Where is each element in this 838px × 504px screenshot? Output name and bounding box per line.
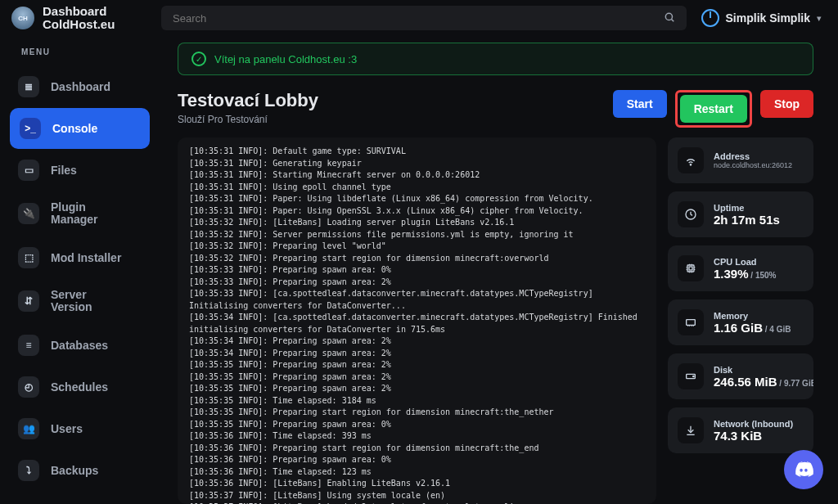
svg-rect-4 <box>687 265 694 272</box>
sidebar-item-label: Backups <box>51 464 98 477</box>
stat-network-inbound: Network (Inbound) 74.3 KiB <box>668 407 813 453</box>
schedules-icon: ◴ <box>18 376 39 398</box>
cpu-icon <box>678 255 704 281</box>
clock-icon <box>678 201 704 227</box>
sidebar-item-console[interactable]: >_Console <box>10 108 150 149</box>
alert-text: Vítej na panelu Coldhost.eu :3 <box>214 53 357 65</box>
restart-highlight: Restart <box>675 90 752 128</box>
console-output[interactable]: [10:35:31 INFO]: Default game type: SURV… <box>178 137 656 504</box>
mod-installer-icon: ⬚ <box>18 247 39 268</box>
users-icon: 👥 <box>18 418 39 439</box>
sidebar-item-label: Schedules <box>51 380 108 394</box>
restart-button[interactable]: Restart <box>680 95 747 123</box>
search-input[interactable] <box>173 12 664 25</box>
menu-heading: MENU <box>0 47 160 66</box>
sidebar-item-label: Users <box>51 422 83 435</box>
brand: CH Dashboard ColdHost.eu <box>11 5 146 32</box>
brand-title-top: Dashboard <box>43 5 115 19</box>
power-icon <box>701 9 719 27</box>
svg-line-1 <box>671 19 674 21</box>
stat-label: Disk <box>714 365 804 375</box>
files-icon: ▭ <box>18 160 39 181</box>
sidebar-item-label: Dashboard <box>51 80 110 93</box>
stat-value: node.coldhost.eu:26012 <box>714 161 792 169</box>
databases-icon: ≡ <box>18 335 39 356</box>
sidebar-item-dashboard[interactable]: ≣Dashboard <box>0 66 151 107</box>
dashboard-icon: ≣ <box>18 76 39 97</box>
stat-value: 246.56 MiB / 9.77 GiB <box>714 375 804 389</box>
sidebar-item-label: ServerVersion <box>51 289 92 314</box>
svg-point-2 <box>690 164 691 165</box>
user-name: Simplik Simplik <box>726 11 810 25</box>
disk-icon <box>678 363 704 389</box>
stat-label: Address <box>714 151 792 161</box>
search-bar[interactable] <box>161 6 687 30</box>
sidebar-item-users[interactable]: 👥Users <box>0 408 151 449</box>
page-title: Testovací Lobby <box>178 90 318 111</box>
stat-value: 1.39% / 150% <box>714 267 776 281</box>
sidebar-item-files[interactable]: ▭Files <box>0 150 151 191</box>
sidebar-item-backups[interactable]: ⤵Backups <box>0 450 151 491</box>
svg-point-20 <box>693 376 694 376</box>
memory-icon <box>678 309 704 335</box>
stat-disk: Disk 246.56 MiB / 9.77 GiB <box>668 353 813 399</box>
console-icon: >_ <box>20 118 41 139</box>
sidebar-item-label: PluginManager <box>51 201 98 227</box>
plugin-manager-icon: 🔌 <box>18 203 39 224</box>
stat-label: Uptime <box>714 203 780 213</box>
sidebar-item-label: Console <box>52 122 97 135</box>
sidebar-item-mod-installer[interactable]: ⬚Mod Installer <box>0 237 151 278</box>
backups-icon: ⤵ <box>18 460 39 481</box>
brand-logo: CH <box>11 7 34 29</box>
stat-value: 74.3 KiB <box>714 429 793 443</box>
stat-label: CPU Load <box>714 257 776 267</box>
svg-point-0 <box>665 13 672 20</box>
download-icon <box>678 417 704 443</box>
stat-label: Memory <box>714 311 791 321</box>
chevron-down-icon: ▾ <box>817 13 822 24</box>
server-version-icon: ⇵ <box>18 290 39 312</box>
sidebar-item-plugin-manager[interactable]: 🔌PluginManager <box>0 191 151 236</box>
sidebar-item-label: Files <box>51 164 77 177</box>
user-menu[interactable]: Simplik Simplik ▾ <box>701 9 822 27</box>
brand-title-bottom: ColdHost.eu <box>43 18 115 32</box>
start-button[interactable]: Start <box>613 90 667 118</box>
sidebar: MENU ≣Dashboard>_Console▭Files🔌PluginMan… <box>0 36 160 504</box>
stat-uptime: Uptime 2h 17m 51s <box>668 191 813 237</box>
sidebar-item-schedules[interactable]: ◴Schedules <box>0 367 151 407</box>
stat-memory: Memory 1.16 GiB / 4 GiB <box>668 299 813 345</box>
stat-cpu: CPU Load 1.39% / 150% <box>668 245 813 291</box>
svg-rect-14 <box>687 320 696 326</box>
welcome-alert: ✓ Vítej na panelu Coldhost.eu :3 <box>178 43 813 75</box>
svg-rect-5 <box>689 267 692 270</box>
stat-value: 1.16 GiB / 4 GiB <box>714 321 791 335</box>
sidebar-item-label: Databases <box>51 339 108 352</box>
sidebar-item-databases[interactable]: ≡Databases <box>0 325 151 366</box>
wifi-icon <box>678 147 704 173</box>
check-circle-icon: ✓ <box>191 52 206 66</box>
stop-button[interactable]: Stop <box>760 90 813 118</box>
sidebar-item-server-version[interactable]: ⇵ServerVersion <box>0 279 151 324</box>
page-subtitle: Slouží Pro Testování <box>178 114 318 125</box>
sidebar-item-label: Mod Installer <box>51 251 121 264</box>
stat-address: Address node.coldhost.eu:26012 <box>668 137 813 183</box>
search-icon <box>664 11 675 25</box>
stat-value: 2h 17m 51s <box>714 213 780 227</box>
stat-label: Network (Inbound) <box>714 419 793 429</box>
discord-button[interactable] <box>784 450 823 489</box>
